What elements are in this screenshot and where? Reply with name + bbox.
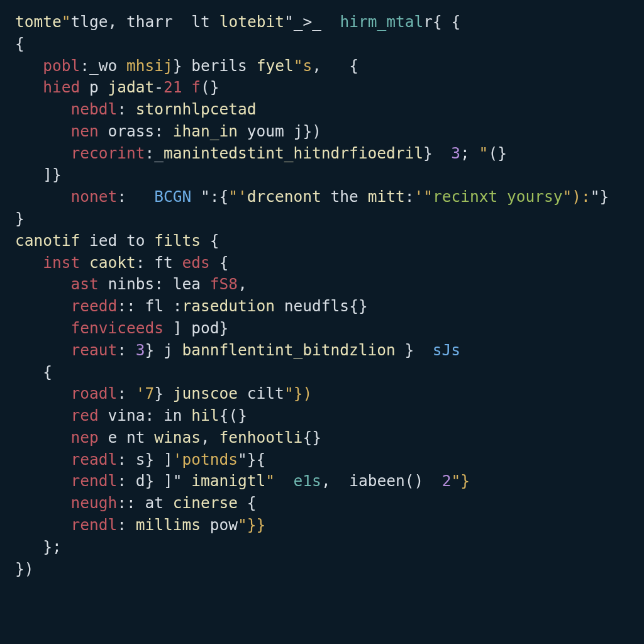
code-token: 3 [136, 341, 145, 359]
code-token: :_ [145, 144, 164, 162]
code-token: "}) [284, 384, 312, 402]
code-token: "} [451, 472, 470, 490]
code-token: { [210, 253, 229, 272]
code-token: } ] [145, 450, 173, 469]
code-token: : [154, 275, 173, 293]
code-token: "}} [238, 516, 265, 534]
code-token: :: [117, 297, 145, 315]
code-token: e1s [294, 472, 321, 490]
code-token: } [15, 209, 25, 228]
code-editor-surface[interactable]: tomte"tlge, tharr lt lotebit"_>_ hirm_mt… [0, 0, 644, 591]
code-token: : [164, 297, 182, 315]
code-token: mitt [368, 187, 405, 206]
code-token: recinxt yoursy [433, 187, 563, 206]
code-token [117, 57, 126, 75]
code-token: vina [108, 406, 145, 425]
code-token: ft [154, 253, 173, 272]
code-token: { [238, 494, 257, 512]
code-token: reedd [71, 297, 118, 315]
code-token: sJs [433, 341, 460, 359]
code-token [275, 297, 284, 315]
code-line: reaut: 3} j bannflentint_bitndzlion } sJ… [15, 340, 629, 362]
code-token [99, 122, 108, 140]
code-token: "} [591, 187, 609, 206]
code-token [238, 384, 247, 402]
code-token: rasedution [182, 297, 275, 315]
code-token: fyel [257, 57, 294, 75]
code-token: rendl [71, 516, 118, 534]
code-token: } [219, 319, 229, 337]
code-token: tomte [15, 13, 62, 31]
code-token: ast [71, 275, 99, 293]
code-token: : [136, 253, 155, 272]
code-token [182, 406, 192, 425]
code-token: (} [488, 144, 507, 162]
code-token: "}{ [238, 450, 265, 469]
code-token: nt [126, 428, 145, 447]
code-token: lt [191, 13, 210, 31]
code-token: hirm_mtal [340, 13, 423, 31]
code-token: , [238, 275, 247, 293]
code-line: roadl: '7} junscoe cilt"}) [15, 383, 629, 405]
code-token: berils [191, 57, 247, 75]
code-line: { [15, 362, 629, 384]
code-token: ] [164, 319, 191, 337]
code-token: tlge [71, 13, 108, 31]
code-token: nen [71, 122, 99, 140]
code-token: at [145, 494, 164, 512]
code-line: neugh:: at cinerse { [15, 492, 629, 514]
code-token: pobl [43, 57, 80, 75]
code-token: winas [154, 428, 201, 447]
code-token: } [154, 384, 173, 402]
code-token: , [108, 13, 127, 31]
code-line: rendl: d} ]" imanigtl" e1s, iabeen() 2"} [15, 470, 629, 492]
code-token: pod [191, 319, 219, 337]
code-token: iabeen [349, 472, 405, 490]
code-token [99, 275, 108, 293]
code-token [145, 428, 155, 447]
code-token: wo [99, 57, 118, 75]
code-line: } [15, 208, 629, 230]
code-token: { { [433, 13, 460, 31]
code-token: fl [145, 297, 164, 315]
code-token: p [80, 78, 108, 96]
code-token: 21 [164, 78, 182, 96]
code-token: } [396, 341, 433, 359]
code-token: red [71, 406, 99, 425]
code-line: fenviceeds ] pod} [15, 318, 629, 340]
code-token: youm [247, 122, 284, 140]
code-token: } [423, 144, 451, 162]
code-token: " [265, 472, 293, 490]
code-token: e [99, 428, 126, 447]
code-line: hied p jadat-21 f(} [15, 77, 629, 99]
code-token: fenhootli [219, 428, 303, 447]
code-token: the [321, 187, 368, 206]
code-token: nebdl [71, 100, 118, 118]
code-token: ]} [43, 165, 62, 184]
code-line: tomte"tlge, tharr lt lotebit"_>_ hirm_mt… [15, 11, 629, 33]
code-token: () [405, 472, 442, 490]
code-token: r [423, 13, 433, 31]
code-token [247, 57, 257, 75]
code-token: imanigtl [191, 472, 265, 490]
code-token: hied [43, 78, 80, 96]
code-token: ninbs [108, 275, 155, 293]
code-token: ; [460, 144, 470, 162]
code-token: } [173, 57, 192, 75]
code-line: canotif ied to filts { [15, 230, 629, 252]
code-line: readl: s} ]'potnds"}{ [15, 449, 629, 471]
code-token: "s [294, 57, 313, 75]
code-token: { [43, 363, 52, 381]
code-token: : [405, 187, 414, 206]
code-token: {} [303, 428, 321, 447]
code-line: }; [15, 536, 629, 558]
code-token: drcenont [247, 187, 321, 206]
code-token: neugh [71, 494, 118, 512]
code-token: s [136, 450, 145, 469]
code-token: eds [182, 253, 210, 272]
code-token: orass [108, 122, 155, 140]
code-token: :: [117, 494, 145, 512]
code-line: ast ninbs: lea fS8, [15, 274, 629, 296]
code-token: jadat [108, 78, 155, 96]
code-token: (} [201, 78, 219, 96]
